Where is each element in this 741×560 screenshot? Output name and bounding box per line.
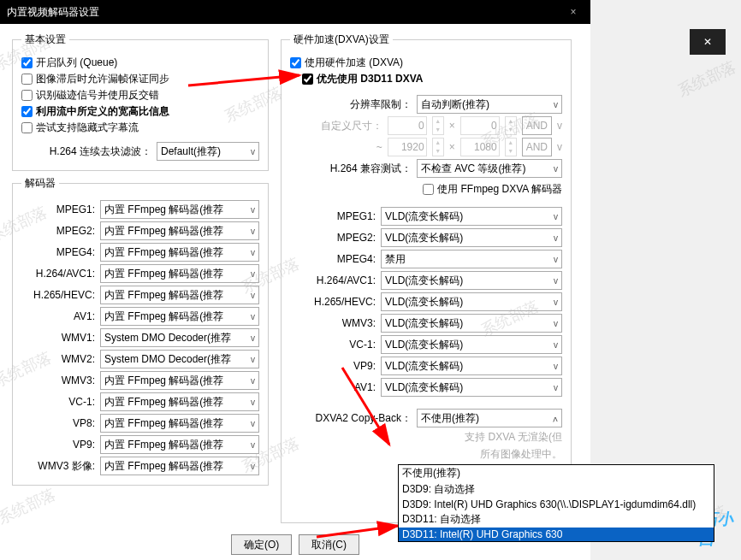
dxva-select-6[interactable]: VLD(流变长解码)v bbox=[381, 335, 562, 354]
res-limit-label: 分辨率限制： bbox=[350, 97, 412, 112]
dropdown-item[interactable]: D3D11: Intel(R) UHD Graphics 630 bbox=[399, 528, 714, 541]
dxva-label: H.265/HEVC: bbox=[290, 296, 376, 308]
chk-ffmpeg-dxva[interactable] bbox=[423, 184, 434, 195]
chk-hidden-subs[interactable] bbox=[21, 122, 33, 133]
decoder-label: MPEG2: bbox=[21, 225, 95, 237]
dxva-label: H.264/AVC1: bbox=[290, 274, 376, 286]
spin-icon[interactable]: ▲▼ bbox=[432, 138, 444, 156]
spin-icon[interactable]: ▲▼ bbox=[432, 116, 444, 135]
dxva-label: WMV3: bbox=[290, 317, 376, 329]
custom-w-min[interactable] bbox=[388, 116, 427, 135]
h264-deblock-label: H.264 连续去块滤波： bbox=[50, 144, 151, 159]
dxva-select-4[interactable]: VLD(流变长解码)v bbox=[381, 292, 562, 311]
chevron-down-icon: v bbox=[251, 355, 255, 364]
chevron-down-icon: v bbox=[251, 291, 255, 300]
chevron-down-icon: v bbox=[251, 376, 255, 386]
and-button-b[interactable]: AND bbox=[522, 138, 552, 156]
bg-close-button[interactable]: ✕ bbox=[690, 29, 726, 55]
decoder-label: WMV1: bbox=[21, 332, 95, 344]
decoder-select-9[interactable]: 内置 FFmpeg 解码器(推荐v bbox=[100, 392, 259, 411]
decoder-select-6[interactable]: System DMO Decoder(推荐v bbox=[100, 328, 259, 347]
chevron-down-icon: v bbox=[251, 333, 255, 343]
decoder-label: H.265/HEVC: bbox=[21, 289, 95, 301]
decoder-select-11[interactable]: 内置 FFmpeg 解码器(推荐v bbox=[100, 435, 259, 454]
decoder-select-8[interactable]: 内置 FFmpeg 解码器(推荐v bbox=[100, 371, 259, 390]
dxva-label: MPEG4: bbox=[290, 253, 376, 265]
decoder-select-7[interactable]: System DMO Decoder(推荐v bbox=[100, 350, 259, 368]
window-title: 内置视频解码器设置 bbox=[7, 0, 99, 24]
dxva-label: VC-1: bbox=[290, 339, 376, 351]
svg-line-1 bbox=[342, 368, 389, 445]
chevron-down-icon: v bbox=[557, 120, 562, 132]
ok-button[interactable]: 确定(O) bbox=[231, 534, 292, 555]
decoder-label: AV1: bbox=[21, 310, 95, 322]
chevron-down-icon: v bbox=[554, 276, 558, 286]
decoder-label: VC-1: bbox=[21, 396, 95, 408]
dxva-select-0[interactable]: VLD(流变长解码)v bbox=[381, 207, 562, 226]
chevron-up-icon: ᴧ bbox=[553, 414, 558, 423]
chk-queue[interactable] bbox=[21, 57, 33, 68]
chevron-down-icon: v bbox=[251, 462, 255, 471]
chevron-down-icon: v bbox=[251, 269, 255, 279]
dropdown-item[interactable]: D3D9: Intel(R) UHD Graphics 630(\\.\DISP… bbox=[399, 498, 714, 511]
chevron-down-icon: v bbox=[554, 383, 558, 392]
decoder-label: WMV3: bbox=[21, 374, 95, 386]
chevron-down-icon: v bbox=[251, 312, 255, 321]
h264-deblock-select[interactable]: Default(推荐)v bbox=[157, 142, 259, 161]
chevron-down-icon: v bbox=[251, 419, 255, 428]
res-limit-select[interactable]: 自动判断(推荐)v bbox=[417, 95, 562, 114]
decoder-select-12[interactable]: 内置 FFmpeg 解码器(推荐v bbox=[100, 457, 259, 475]
chevron-down-icon: v bbox=[554, 212, 558, 221]
decoder-select-0[interactable]: 内置 FFmpeg 解码器(推荐v bbox=[100, 200, 259, 219]
chk-recognize[interactable] bbox=[21, 90, 33, 101]
dropdown-item[interactable]: D3D11: 自动选择 bbox=[399, 511, 714, 528]
spin-icon[interactable]: ▲▼ bbox=[505, 138, 517, 156]
decoder-select-10[interactable]: 内置 FFmpeg 解码器(推荐v bbox=[100, 414, 259, 433]
chevron-down-icon: v bbox=[554, 298, 558, 307]
decoder-select-3[interactable]: 内置 FFmpeg 解码器(推荐v bbox=[100, 264, 259, 283]
decoder-select-4[interactable]: 内置 FFmpeg 解码器(推荐v bbox=[100, 286, 259, 304]
chevron-down-icon: v bbox=[554, 164, 558, 174]
decoder-label: VP8: bbox=[21, 417, 95, 429]
decoder-label: MPEG4: bbox=[21, 246, 95, 258]
dxva-label: MPEG1: bbox=[290, 210, 376, 222]
chevron-down-icon: v bbox=[554, 362, 558, 371]
chevron-down-icon: v bbox=[251, 398, 255, 407]
chevron-down-icon: v bbox=[251, 227, 255, 236]
chevron-down-icon: v bbox=[554, 340, 558, 350]
chk-aspect[interactable] bbox=[21, 106, 33, 117]
chevron-down-icon: v bbox=[251, 147, 255, 156]
decoder-select-2[interactable]: 内置 FFmpeg 解码器(推荐v bbox=[100, 243, 259, 262]
custom-w-max[interactable] bbox=[388, 138, 427, 156]
dxva-label: MPEG2: bbox=[290, 232, 376, 244]
spin-icon[interactable]: ▲▼ bbox=[505, 116, 517, 135]
decoder-select-5[interactable]: 内置 FFmpeg 解码器(推荐v bbox=[100, 307, 259, 326]
chevron-down-icon: v bbox=[554, 233, 558, 243]
chk-sync[interactable] bbox=[21, 74, 33, 85]
dropdown-item[interactable]: 不使用(推荐) bbox=[399, 465, 714, 481]
titlebar: 内置视频解码器设置 × bbox=[0, 0, 590, 24]
decoder-select-1[interactable]: 内置 FFmpeg 解码器(推荐v bbox=[100, 221, 259, 240]
decoder-label: H.264/AVC1: bbox=[21, 268, 95, 280]
decoder-label: VP9: bbox=[21, 439, 95, 451]
dxva-select-2[interactable]: 禁用v bbox=[381, 250, 562, 268]
close-icon: ✕ bbox=[703, 36, 712, 48]
copyback-select[interactable]: 不使用(推荐)ᴧ bbox=[417, 409, 562, 427]
chevron-down-icon: v bbox=[557, 141, 562, 153]
close-icon[interactable]: × bbox=[556, 0, 590, 24]
h264-compat-label: H.264 兼容测试： bbox=[330, 162, 412, 176]
and-button-a[interactable]: AND bbox=[522, 116, 552, 135]
dxva-group: 硬件加速(DXVA)设置 使用硬件加速 (DXVA) 优先使用 D3D11 DX… bbox=[281, 32, 572, 523]
custom-h-max[interactable] bbox=[460, 138, 500, 156]
dropdown-item[interactable]: D3D9: 自动选择 bbox=[399, 481, 714, 498]
svg-line-2 bbox=[317, 526, 398, 537]
custom-h-min[interactable] bbox=[460, 116, 500, 135]
dxva-select-5[interactable]: VLD(流变长解码)v bbox=[381, 314, 562, 333]
dxva-select-3[interactable]: VLD(流变长解码)v bbox=[381, 271, 562, 290]
h264-compat-select[interactable]: 不检查 AVC 等级(推荐)v bbox=[417, 159, 562, 178]
custom-size-label: 自定义尺寸： bbox=[321, 119, 382, 133]
chevron-down-icon: v bbox=[554, 100, 558, 109]
dxva-select-1[interactable]: VLD(流变长解码)v bbox=[381, 228, 562, 247]
chevron-down-icon: v bbox=[251, 440, 255, 450]
copyback-dropdown[interactable]: 不使用(推荐)D3D9: 自动选择D3D9: Intel(R) UHD Grap… bbox=[398, 464, 714, 542]
